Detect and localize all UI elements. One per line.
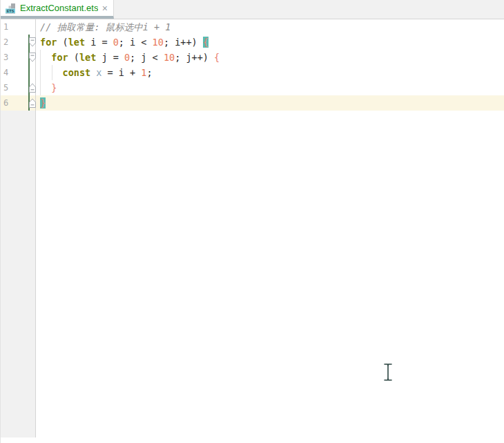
- ets-file-icon: ETS: [5, 3, 16, 14]
- ets-icon-text: ETS: [7, 8, 14, 12]
- gutter-cell: 1: [1, 19, 36, 35]
- code-segment-plain: i =: [85, 37, 113, 48]
- code-segment-bracehl: {: [203, 37, 209, 48]
- code-segment-num: 10: [164, 52, 175, 63]
- code-segment-plain: (: [57, 37, 68, 48]
- code-line-4[interactable]: 4 const x = i + 1;: [1, 65, 504, 80]
- code-segment-kw: for: [51, 52, 68, 63]
- bottom-strip: [1, 437, 504, 443]
- code-segment-num: 0: [113, 37, 119, 48]
- line-number: 2: [3, 35, 8, 50]
- code-segment-kw: let: [68, 37, 85, 48]
- code-segment-plain: ;: [146, 67, 152, 78]
- code-text: for (let i = 0; i < 10; i++) {: [36, 35, 504, 50]
- code-segment-plain: ; j <: [130, 52, 164, 63]
- fold-start-icon[interactable]: [28, 52, 37, 63]
- code-text: for (let j = 0; j < 10; j++) {: [36, 50, 504, 65]
- code-segment-plain: [40, 52, 51, 63]
- code-segment-plain: [40, 82, 51, 93]
- code-segment-kw: for: [40, 37, 57, 48]
- gutter-cell: 6: [1, 95, 36, 111]
- code-text: }: [36, 80, 504, 95]
- fold-end-icon[interactable]: [28, 82, 37, 93]
- code-segment-plain: ; i++): [164, 37, 203, 48]
- code-segment-kw: let: [79, 52, 96, 63]
- gutter-cell: 2: [1, 35, 36, 50]
- gutter-empty-area: [1, 111, 36, 437]
- line-number: 5: [3, 80, 8, 95]
- code-segment-bracehl: }: [40, 97, 46, 109]
- gutter-cell: 4: [1, 65, 36, 80]
- code-segment-brace: }: [51, 82, 57, 93]
- code-line-1[interactable]: 1// 抽取常量: 鼠标选中i + 1: [1, 19, 504, 35]
- code-segment-plain: (: [68, 52, 79, 63]
- line-number: 3: [3, 50, 8, 65]
- code-segment-plain: j =: [96, 52, 124, 63]
- code-line-3[interactable]: 3 for (let j = 0; j < 10; j++) {: [1, 50, 504, 65]
- code-segment-kw: const: [63, 67, 91, 78]
- code-segment-plain: ; j++): [175, 52, 214, 63]
- code-line-5[interactable]: 5 }: [1, 80, 504, 95]
- code-segment-comment: // 抽取常量: 鼠标选中i + 1: [40, 21, 171, 32]
- ide-window: ETS ExtractConstant.ets × 1// 抽取常量: 鼠标选中…: [0, 0, 504, 443]
- gutter-cell: 5: [1, 80, 36, 95]
- fold-end-icon[interactable]: [28, 97, 37, 109]
- code-segment-brace: {: [214, 52, 220, 63]
- code-text: }: [36, 95, 504, 111]
- line-number: 4: [3, 65, 8, 80]
- gutter-cell: 3: [1, 50, 36, 65]
- code-text: // 抽取常量: 鼠标选中i + 1: [36, 19, 504, 35]
- tab-close-icon[interactable]: ×: [102, 3, 108, 13]
- code-editor[interactable]: 1// 抽取常量: 鼠标选中i + 12for (let i = 0; i < …: [1, 19, 504, 443]
- code-text: const x = i + 1;: [36, 65, 504, 80]
- fold-start-icon[interactable]: [28, 37, 37, 48]
- line-number: 6: [3, 95, 8, 111]
- vcs-change-bar: [28, 65, 30, 80]
- editor-empty-area[interactable]: [36, 111, 504, 437]
- code-segment-num: 10: [153, 37, 164, 48]
- line-number: 1: [3, 19, 8, 35]
- tab-extractconstant[interactable]: ETS ExtractConstant.ets ×: [1, 0, 114, 19]
- editor-tab-bar: ETS ExtractConstant.ets ×: [1, 0, 504, 19]
- code-segment-plain: [40, 67, 63, 78]
- code-segment-plain: ; i <: [119, 37, 153, 48]
- code-line-2[interactable]: 2for (let i = 0; i < 10; i++) {: [1, 35, 504, 50]
- code-segment-plain: = i +: [101, 67, 141, 78]
- code-line-6[interactable]: 6}: [1, 95, 504, 111]
- code-lines: 1// 抽取常量: 鼠标选中i + 12for (let i = 0; i < …: [1, 19, 504, 111]
- tab-title: ExtractConstant.ets: [20, 3, 98, 13]
- code-segment-num: 0: [124, 52, 130, 63]
- editor-filler: [1, 111, 504, 437]
